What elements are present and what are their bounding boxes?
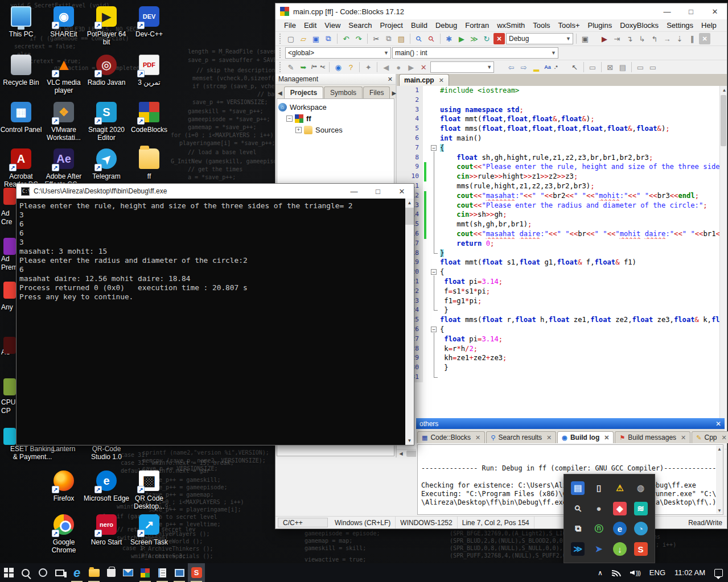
minimize-button[interactable]: — [655, 3, 679, 19]
menu-edit[interactable]: Edit [300, 20, 320, 31]
desktop-icon-potplayer-64-bit[interactable]: ▶↗PotPlayer 64 bit [83, 6, 130, 46]
log-scrollbar[interactable]: ▲ ▼ [716, 445, 723, 514]
fold-margin[interactable]: − [428, 143, 440, 153]
replace-icon[interactable]: ⚲ [426, 33, 437, 44]
code-line[interactable]: 6int main() [397, 134, 727, 143]
desktop-icon-vlc-media-player[interactable]: ▲↗VLC media player [40, 54, 88, 94]
menu-file[interactable]: File [280, 20, 300, 31]
fold-margin[interactable] [428, 353, 440, 363]
codeblocks-titlebar[interactable]: main.cpp [ff] - Code::Blocks 17.12 — □ ✕ [275, 3, 727, 19]
tree-item-project[interactable]: − ff [278, 113, 393, 124]
close-logs-icon[interactable]: ✕ [715, 420, 721, 428]
fold-margin[interactable] [428, 249, 440, 258]
code-line[interactable]: 26−{ [397, 325, 727, 335]
close-tab-icon[interactable]: ✕ [439, 77, 444, 84]
usb-device-icon[interactable]: ▯ [589, 478, 610, 498]
menu-doxyblocks[interactable]: DoxyBlocks [616, 20, 663, 31]
globe-icon[interactable]: ◔ [630, 519, 651, 539]
code-line[interactable]: 9 cout<<"Please enter the rule, height a… [397, 162, 727, 172]
redo-icon[interactable]: ↷ [353, 33, 364, 44]
notification-center-icon[interactable] [711, 563, 726, 582]
code-line[interactable]: 2 [397, 96, 727, 105]
doxy-help-icon[interactable]: ? [345, 61, 356, 73]
fold-margin[interactable] [428, 105, 440, 115]
fold-margin[interactable] [428, 373, 440, 382]
partially-hidden-desktop-icon[interactable] [3, 238, 16, 255]
desktop-icon-this-pc[interactable]: This PC [0, 6, 45, 38]
code-line[interactable]: 4float mmt(float,float,float&,float&); [397, 114, 727, 124]
partially-hidden-desktop-icon[interactable] [3, 282, 16, 299]
next-line-icon[interactable]: ↴ [624, 33, 635, 44]
partially-hidden-desktop-icon[interactable] [3, 337, 16, 354]
step-into-icon[interactable]: ↳ [636, 33, 648, 44]
eset-tray-icon[interactable]: e [610, 519, 631, 539]
tree-item-workspace[interactable]: ⌂ Workspace [278, 101, 393, 113]
snagit-tray-icon[interactable]: S [630, 539, 651, 559]
console-titlebar[interactable]: C:\ C:\Users\Alireza\Desktop\ff\bin\Debu… [17, 184, 414, 199]
fold-margin[interactable] [428, 335, 440, 344]
wxsmith-panel-icon[interactable]: ▭ [647, 61, 659, 73]
fold-margin[interactable] [428, 181, 440, 191]
code-line[interactable]: 7−{ [397, 143, 727, 153]
fold-margin[interactable] [428, 220, 440, 229]
menu-view[interactable]: View [320, 20, 344, 31]
log-tab-build-log[interactable]: ◉Build log✕ [557, 431, 614, 443]
management-tab-symbols[interactable]: Symbols [324, 86, 363, 98]
code-line[interactable]: 1#include <iostream> [397, 86, 727, 96]
find-icon[interactable]: ⚲ [413, 33, 425, 44]
code-line[interactable]: 25float mms(float r,float h,float ze1,fl… [397, 315, 727, 325]
code-line[interactable]: 3using namespace std; [397, 105, 727, 115]
run-to-cursor-icon[interactable]: ⇥ [611, 33, 623, 44]
store-taskbar-icon[interactable] [102, 563, 120, 582]
fold-margin[interactable] [428, 162, 440, 172]
incsearch-next-icon[interactable]: ▶ [405, 61, 417, 73]
menu-tools[interactable]: Tools+ [554, 20, 584, 31]
wifi-icon[interactable] [609, 563, 624, 582]
fold-margin[interactable] [428, 86, 440, 96]
editor-vertical-scrollbar[interactable]: ▲ [719, 86, 727, 449]
thread-search-icon[interactable]: ➥ [298, 61, 309, 73]
fold-margin[interactable] [428, 287, 440, 296]
log-tab-search-results[interactable]: ⚲Search results✕ [486, 431, 556, 443]
desktop-icon-acrobat-reader-dc[interactable]: A↗Acrobat Reader DC [0, 148, 45, 188]
codeblocks-taskbar-icon[interactable] [137, 563, 154, 582]
code-line[interactable]: 12 cout<<"masahat:"<<" "<<br2<<" "<<"moh… [397, 191, 727, 201]
console-maximize-button[interactable]: □ [366, 184, 390, 199]
fold-margin[interactable] [428, 153, 440, 163]
settings-wrench-icon[interactable]: ✦ [363, 61, 374, 73]
fold-margin[interactable] [428, 239, 440, 249]
code-line[interactable]: 24 } [397, 306, 727, 315]
idm-icon[interactable]: ↓ [610, 539, 631, 559]
code-line[interactable]: 27 float pi=3.14; [397, 335, 727, 344]
incsearch-dot-icon[interactable]: ● [393, 61, 404, 73]
log-tab-build-messages[interactable]: ⚑Build messages✕ [615, 431, 690, 443]
volume-icon[interactable]: ))) [627, 563, 643, 582]
wxsmith-dialog-icon[interactable]: ⊠ [604, 61, 616, 73]
wxsmith-rect-icon[interactable]: ▭ [587, 61, 598, 73]
fold-margin[interactable] [428, 191, 440, 201]
management-tab-projects[interactable]: Projects [284, 86, 323, 98]
fold-margin[interactable] [428, 114, 440, 124]
rebuild-icon[interactable]: ↻ [481, 33, 492, 44]
step-out-icon[interactable]: ↰ [649, 33, 660, 44]
fold-margin[interactable] [428, 344, 440, 354]
desktop-icon-vmware-workstati[interactable]: ❖↗VMware Workstati... [40, 101, 88, 142]
collapse-icon[interactable]: − [286, 115, 293, 122]
desktop-icon-control-panel[interactable]: ▦Control Panel [0, 101, 45, 134]
clock[interactable]: 11:02 AM [672, 563, 708, 582]
fold-margin[interactable] [428, 134, 440, 143]
fold-margin[interactable] [428, 277, 440, 287]
code-line[interactable]: 19float mmt(float s1,float g1,float& f,f… [397, 258, 727, 267]
break-debugger-icon[interactable]: ∥ [686, 33, 698, 44]
fold-margin[interactable] [428, 172, 440, 181]
tree-item-sources[interactable]: + Sources [278, 124, 393, 135]
code-editor[interactable]: 1#include <iostream>23using namespace st… [397, 86, 727, 449]
satellite-icon[interactable]: ⚲ [567, 498, 589, 519]
menu-tools[interactable]: Tools [529, 20, 554, 31]
open-file-icon[interactable]: ▱ [298, 33, 309, 44]
save-all-icon[interactable]: ⧉ [323, 33, 334, 44]
nero-tray-icon[interactable]: ⓝ [589, 519, 610, 539]
tabs-scroll-left-icon[interactable]: ◀ [277, 90, 283, 98]
fold-margin[interactable] [428, 229, 440, 239]
doxywizard-icon[interactable]: ◉ [332, 61, 344, 73]
